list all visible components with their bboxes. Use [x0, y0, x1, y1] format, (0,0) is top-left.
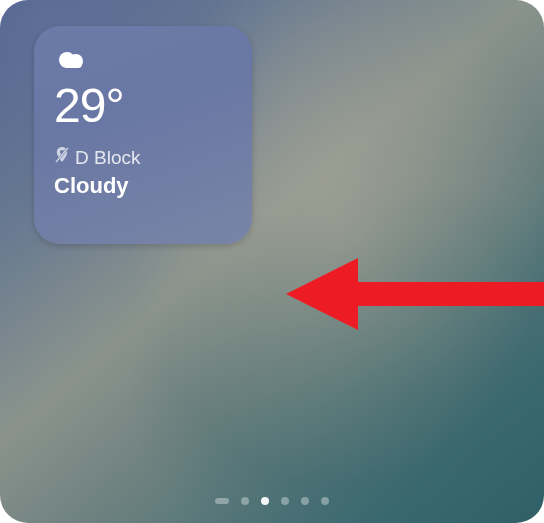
home-screen[interactable]: 29° D Block Cloudy	[0, 0, 544, 523]
page-dot[interactable]	[281, 497, 289, 505]
page-dot[interactable]	[241, 497, 249, 505]
page-dot-active[interactable]	[261, 497, 269, 505]
annotation-arrow-icon	[286, 244, 544, 348]
cloud-icon	[54, 48, 232, 76]
temperature-value: 29°	[54, 82, 232, 130]
weather-widget[interactable]: 29° D Block Cloudy	[34, 26, 252, 244]
location-name: D Block	[75, 147, 140, 169]
location-off-icon	[54, 146, 70, 169]
location-row: D Block	[54, 146, 232, 169]
svg-rect-2	[64, 60, 82, 68]
page-dot[interactable]	[301, 497, 309, 505]
page-dash[interactable]	[215, 498, 229, 504]
svg-marker-6	[286, 258, 544, 330]
page-dot[interactable]	[321, 497, 329, 505]
page-indicator[interactable]	[0, 497, 544, 505]
weather-condition: Cloudy	[54, 173, 232, 199]
